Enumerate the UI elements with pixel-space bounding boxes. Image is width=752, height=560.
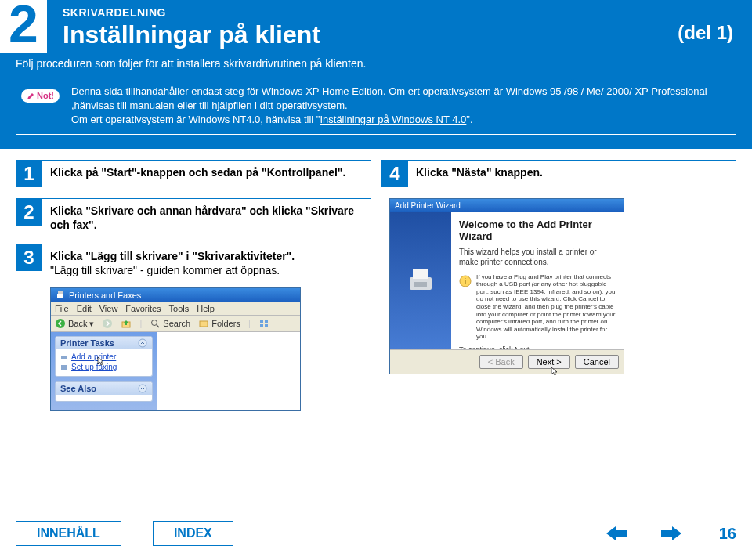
part-label: (del 1): [678, 22, 733, 44]
step-number: 4: [381, 161, 408, 187]
wizard-info-block: i If you have a Plug and Play printer th…: [459, 273, 616, 341]
note-link[interactable]: Inställningar på Windows NT 4.0: [320, 114, 466, 125]
see-also-head: See Also: [56, 382, 152, 395]
printer-icon: [56, 291, 65, 300]
pencil-icon: [27, 92, 34, 100]
wizard-back-button: < Back: [479, 355, 523, 369]
note-text-1: Denna sida tillhandahåller endast steg f…: [71, 85, 707, 111]
wizard-main: Welcome to the Add Printer Wizard This w…: [451, 212, 624, 349]
printers-faxes-window: Printers and Faxes File Edit View Favori…: [50, 287, 301, 411]
step-1: 1 Klicka på "Start"-knappen och sedan på…: [16, 160, 371, 187]
search-label: Search: [163, 319, 190, 328]
svg-rect-1: [58, 291, 63, 294]
step-number: 2: [16, 199, 42, 226]
footer-nav: INNEHÅLL INDEX 16: [16, 521, 736, 546]
page-title: Inställningar på klient: [63, 20, 736, 49]
info-icon: i: [459, 275, 472, 287]
printer-tasks-head: Printer Tasks: [56, 337, 152, 349]
step-text: Klicka "Lägg till skrivare" i "Skrivarak…: [50, 249, 295, 264]
svg-rect-17: [413, 269, 428, 279]
svg-marker-22: [661, 526, 682, 540]
step-subtext: "Lägg till skrivare" - guiden kommer att…: [50, 264, 295, 276]
search-icon: [150, 318, 161, 329]
wizard-cancel-button[interactable]: Cancel: [575, 355, 619, 369]
setup-faxing-text: Set up faxing: [71, 363, 117, 371]
add-printer-link[interactable]: Add a printer: [60, 352, 147, 361]
svg-point-3: [103, 319, 112, 328]
svg-point-12: [139, 339, 146, 347]
chapter-number: 2: [0, 0, 47, 53]
wizard-info-text: If you have a Plug and Play printer that…: [476, 273, 616, 341]
note-text-2-suffix: ".: [466, 114, 472, 125]
svg-rect-11: [265, 324, 268, 327]
wizard-intro-text: This wizard helps you install a printer …: [459, 247, 616, 267]
intro-text: Följ proceduren som följer för att insta…: [16, 57, 736, 70]
svg-rect-7: [200, 321, 208, 327]
views-icon[interactable]: [258, 318, 269, 329]
note-box: Not! Denna sida tillhandahåller endast s…: [16, 78, 736, 135]
search-button[interactable]: Search: [150, 318, 190, 329]
menu-edit[interactable]: Edit: [77, 304, 92, 313]
menu-file[interactable]: File: [55, 304, 69, 313]
pf-toolbar: Back ▾ | Search Folders |: [51, 316, 300, 332]
svg-point-15: [139, 385, 146, 392]
wizard-next-button[interactable]: Next >: [528, 355, 570, 369]
pf-side-panel: Printer Tasks Add a printer Set up faxin…: [51, 332, 157, 410]
svg-rect-8: [260, 320, 263, 323]
step-4: 4 Klicka "Nästa" knappen.: [381, 160, 736, 187]
pf-menubar: File Edit View Favorites Tools Help: [51, 302, 300, 316]
see-also-panel: See Also: [55, 381, 153, 402]
step-3: 3 Klicka "Lägg till skrivare" i "Skrivar…: [16, 244, 371, 276]
collapse-icon[interactable]: [138, 384, 147, 393]
next-page-button[interactable]: [660, 525, 683, 542]
wizard-side-graphic: [390, 212, 451, 349]
svg-rect-14: [61, 365, 67, 370]
pf-body: Printer Tasks Add a printer Set up faxin…: [51, 332, 300, 410]
menu-view[interactable]: View: [99, 304, 118, 313]
add-printer-wizard-window: Add Printer Wizard Welcome to the Add Pr…: [389, 198, 624, 374]
prev-page-button[interactable]: [605, 525, 628, 542]
printer-tasks-panel: Printer Tasks Add a printer Set up faxin…: [55, 336, 153, 377]
svg-rect-0: [57, 294, 63, 298]
forward-icon[interactable]: [102, 318, 113, 329]
folders-button[interactable]: Folders: [198, 318, 240, 329]
note-badge: Not!: [21, 89, 60, 103]
wizard-heading: Welcome to the Add Printer Wizard: [459, 219, 616, 242]
step-text: Klicka "Nästa" knappen.: [416, 165, 543, 187]
svg-point-2: [56, 319, 65, 328]
svg-marker-21: [606, 526, 627, 540]
cursor-icon: [96, 356, 107, 367]
index-button[interactable]: INDEX: [153, 521, 233, 546]
svg-rect-10: [260, 324, 263, 327]
step-text: Klicka "Skrivare och annan hårdvara" och…: [50, 204, 371, 233]
wizard-body: Welcome to the Add Printer Wizard This w…: [390, 212, 624, 349]
right-column: 4 Klicka "Nästa" knappen. Add Printer Wi…: [381, 160, 736, 412]
up-folder-icon[interactable]: [121, 318, 132, 329]
note-badge-text: Not!: [37, 90, 54, 102]
add-printer-text: Add a printer: [71, 352, 116, 361]
printer-graphic-icon: [405, 265, 436, 296]
note-text-2-prefix: Om ert operativsystem är Windows NT4.0, …: [71, 114, 320, 125]
svg-point-5: [152, 320, 157, 326]
step-text: Klicka på "Start"-knappen och sedan på "…: [50, 165, 345, 187]
collapse-icon[interactable]: [138, 338, 147, 348]
svg-text:i: i: [465, 277, 466, 285]
page-header: 2 SKRIVARDELNING Inställningar på klient…: [0, 0, 752, 149]
page-number: 16: [719, 525, 736, 543]
pf-content-area: [157, 332, 300, 410]
pf-titlebar: Printers and Faxes: [51, 288, 300, 302]
step-number: 1: [16, 161, 42, 187]
wizard-footer: < Back Next > Cancel: [390, 349, 624, 374]
step-2: 2 Klicka "Skrivare och annan hårdvara" o…: [16, 198, 371, 233]
step-number: 3: [16, 244, 42, 271]
left-column: 1 Klicka på "Start"-knappen och sedan på…: [16, 160, 371, 412]
svg-rect-9: [265, 320, 268, 323]
menu-favorites[interactable]: Favorites: [125, 304, 161, 313]
pf-title-text: Printers and Faxes: [69, 291, 141, 300]
fax-icon: [60, 363, 68, 371]
contents-button[interactable]: INNEHÅLL: [16, 521, 121, 546]
back-button[interactable]: Back ▾: [55, 318, 94, 329]
menu-tools[interactable]: Tools: [169, 304, 190, 313]
back-icon: [55, 318, 66, 329]
menu-help[interactable]: Help: [197, 304, 215, 313]
